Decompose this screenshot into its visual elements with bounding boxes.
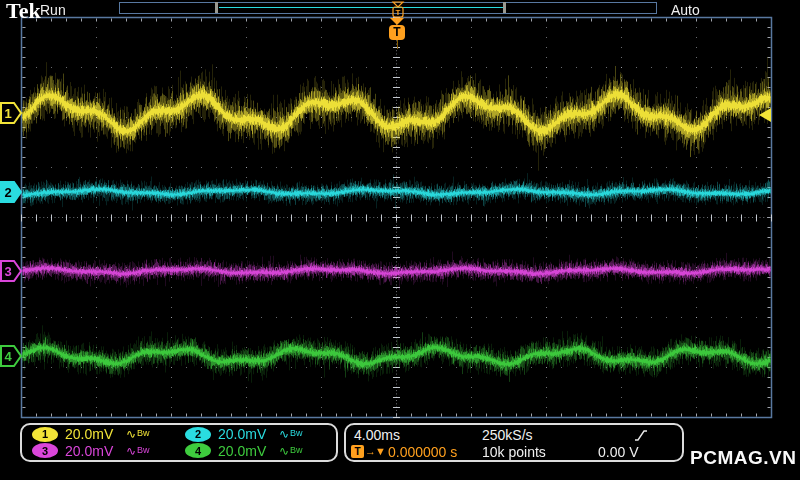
channel-3-badge[interactable]: 3 (32, 443, 58, 458)
channel-1-scale-readout: 20.0mV (65, 426, 119, 442)
channel-1-position-marker[interactable]: 1 (0, 101, 23, 126)
channel-4-position-marker[interactable]: 4 (0, 344, 23, 369)
svg-text:3: 3 (4, 264, 11, 279)
trigger-level-arrow-icon[interactable] (759, 108, 771, 122)
waveform-display (0, 0, 800, 480)
bandwidth-limit-icon: Bw (137, 445, 150, 455)
trigger-marker-t-label: T (389, 25, 405, 40)
trigger-position-mini-marker[interactable]: T (391, 1, 405, 18)
channel-1-coupling-bandwidth-icon: ∿Bw (126, 427, 150, 441)
bandwidth-limit-icon: Bw (137, 428, 150, 438)
svg-text:4: 4 (4, 349, 12, 364)
tek-logo: Tek (6, 0, 41, 24)
channel-2-coupling-bandwidth-icon: ∿Bw (279, 427, 303, 441)
acquisition-preview-bar[interactable]: T (119, 2, 657, 14)
ac-coupling-icon: ∿ (126, 444, 136, 458)
channel-2-badge[interactable]: 2 (185, 427, 211, 442)
channel-4-coupling-bandwidth-icon: ∿Bw (279, 444, 303, 458)
mini-trigger-triangle-icon (393, 2, 403, 7)
channel-4-badge[interactable]: 4 (185, 443, 211, 458)
channel-2-scale-readout: 20.0mV (218, 426, 272, 442)
bandwidth-limit-icon: Bw (290, 445, 303, 455)
trigger-mode-readout: Auto (671, 2, 700, 18)
channel-1-readout[interactable]: 1 20.0mV ∿Bw (26, 426, 179, 443)
timebase-readout: 4.00ms (354, 427, 400, 443)
acquisition-status: Run (40, 2, 66, 18)
channel-3-position-marker[interactable]: 3 (0, 259, 23, 284)
bandwidth-limit-icon: Bw (290, 428, 303, 438)
sample-rate-readout: 250kS/s (482, 427, 533, 443)
svg-text:2: 2 (4, 185, 11, 200)
channel-2-position-marker[interactable]: 2 (0, 180, 23, 205)
ac-coupling-icon: ∿ (126, 427, 136, 441)
trigger-level-readout: 0.00 V (598, 444, 638, 460)
channel-4-scale-readout: 20.0mV (218, 443, 272, 459)
mini-trigger-t-label: T (396, 8, 401, 17)
channel-readouts-box: 1 20.0mV ∿Bw 2 20.0mV ∿Bw 3 20.0mV ∿Bw 4… (20, 423, 338, 462)
trigger-marker-triangle-icon (390, 18, 404, 25)
channel-2-readout[interactable]: 2 20.0mV ∿Bw (179, 426, 332, 443)
record-view-line (219, 7, 503, 8)
channel-4-readout[interactable]: 4 20.0mV ∿Bw (179, 443, 332, 460)
channel-3-coupling-bandwidth-icon: ∿Bw (126, 444, 150, 458)
trigger-t-icon: T (351, 445, 364, 458)
oscilloscope-screen: Tek Run T Auto T 1 2 3 4 1 20.0mV ∿Bw 2 … (0, 0, 800, 480)
ac-coupling-icon: ∿ (279, 444, 289, 458)
channel-1-badge[interactable]: 1 (32, 427, 58, 442)
trigger-position-marker[interactable]: T (388, 18, 406, 49)
zoom-bracket-right-icon (503, 2, 506, 13)
zoom-bracket-left-icon (215, 2, 218, 13)
trigger-slope-rising-icon (634, 428, 648, 443)
trigger-marker-stem (397, 40, 398, 49)
trigger-position-readout: 0.000000 s (388, 444, 457, 460)
record-length-readout: 10k points (482, 444, 546, 460)
channel-3-readout[interactable]: 3 20.0mV ∿Bw (26, 443, 179, 460)
svg-text:1: 1 (4, 106, 11, 121)
watermark-pcmag: PCMAG.VN (690, 447, 796, 469)
trigger-arrow-icons: →▼ (365, 445, 385, 457)
channel-3-scale-readout: 20.0mV (65, 443, 119, 459)
ac-coupling-icon: ∿ (279, 427, 289, 441)
horizontal-trigger-readouts-box[interactable]: 4.00ms 250kS/s 1 T →▼ 0.000000 s 10k poi… (344, 423, 684, 462)
trigger-source-badge[interactable]: 1 (600, 429, 624, 444)
